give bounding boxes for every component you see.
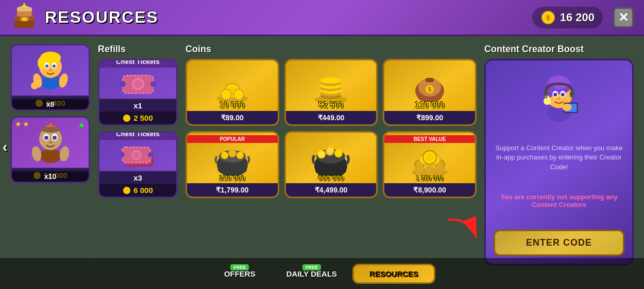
tab-offers[interactable]: FREE OFFERS — [209, 265, 271, 282]
svg-point-113 — [426, 153, 434, 162]
svg-point-34 — [41, 126, 60, 133]
coin-card-5[interactable]: 600 000 ₹4,499.00 — [284, 131, 378, 198]
svg-point-61 — [124, 188, 129, 193]
coin-image-5: 600 000 — [286, 133, 377, 183]
ticket-image-1 — [120, 68, 156, 99]
svg-point-25 — [31, 82, 38, 89]
ticket-quantity-1: x1 — [99, 99, 176, 111]
character-card-1[interactable]: x8 6 400 — [10, 44, 90, 111]
resources-icon — [10, 3, 39, 31]
character-image-area-1 — [12, 45, 89, 95]
coin-amount-1: 10 000 — [219, 101, 245, 110]
coins-column: Coins 10 000 ₹89.0 — [185, 44, 477, 250]
svg-point-92 — [238, 153, 243, 158]
svg-point-124 — [553, 93, 557, 97]
ticket-art-1 — [120, 68, 156, 99]
svg-text:$: $ — [547, 15, 550, 21]
page-title: RESOURCES — [45, 8, 532, 27]
svg-point-9 — [27, 6, 29, 8]
svg-point-115 — [425, 165, 434, 174]
svg-point-3 — [23, 18, 26, 21]
coin-card-2[interactable]: 52 500 ₹449.00 — [284, 59, 378, 126]
offers-free-badge: FREE — [230, 264, 249, 270]
svg-point-131 — [562, 104, 571, 111]
svg-point-69 — [234, 90, 243, 99]
svg-point-21 — [53, 65, 56, 68]
svg-point-51 — [124, 116, 129, 121]
coin-amount: 16 200 — [560, 11, 595, 24]
coin-pot-2 — [310, 140, 351, 176]
coin-price-4: ₹1,799.00 — [187, 183, 278, 197]
creator-description: Support a Content Creator when you make … — [494, 143, 624, 172]
tab-daily-deals[interactable]: FREE DAILY DEALS — [271, 265, 352, 282]
svg-point-7 — [20, 6, 22, 8]
creator-boost-box: Support a Content Creator when you make … — [484, 59, 634, 265]
enter-code-button[interactable]: ENTER CODE — [494, 230, 624, 256]
ticket-price-coin-2 — [123, 186, 131, 195]
coin-icon: $ — [540, 10, 556, 25]
coins-label: Coins — [185, 44, 477, 55]
character-quantity-1: x8 — [12, 99, 89, 109]
coin-price-6: ₹8,900.00 — [384, 183, 475, 197]
coins-grid: 10 000 ₹89.00 — [185, 59, 477, 198]
coin-pile-1 — [212, 68, 253, 104]
svg-point-98 — [334, 149, 343, 157]
svg-point-114 — [415, 164, 424, 173]
character-art-1 — [27, 49, 74, 92]
svg-rect-81 — [426, 78, 434, 82]
coin-amount-5: 600 000 — [318, 174, 344, 182]
coin-price-2: ₹449.00 — [286, 111, 377, 124]
coin-card-4[interactable]: POPULAR — [185, 131, 279, 198]
bottom-navigation: FREE OFFERS FREE DAILY DEALS RESOURCES — [0, 258, 644, 289]
svg-point-22 — [49, 69, 52, 71]
coin-pile-big — [409, 140, 450, 176]
popular-tag: POPULAR — [187, 135, 278, 143]
best-value-tag: BEST VALUE — [384, 135, 475, 143]
svg-point-47 — [134, 80, 142, 88]
character-quantity-2: x10 — [12, 171, 89, 182]
coin-amount-4: 230 000 — [219, 174, 246, 182]
svg-point-59 — [148, 152, 153, 157]
ticket-quantity-2: x3 — [99, 171, 176, 184]
svg-text:$: $ — [428, 87, 431, 92]
svg-point-40 — [30, 146, 42, 163]
svg-point-91 — [229, 150, 235, 156]
svg-point-17 — [38, 57, 46, 69]
svg-point-67 — [222, 90, 231, 99]
svg-point-37 — [44, 136, 48, 140]
tab-daily-deals-label: DAILY DEALS — [286, 269, 337, 278]
coin-card-6[interactable]: BEST VALUE — [383, 131, 477, 198]
coin-image-3: $ 110 000 — [384, 60, 475, 111]
coin-price-3: ₹899.00 — [384, 111, 475, 124]
svg-point-24 — [57, 72, 69, 88]
coin-image-2: 52 500 — [286, 60, 377, 111]
ticket-price-coin-1 — [123, 114, 131, 122]
ticket-name-1: Chest Tickets — [99, 59, 176, 68]
svg-point-100 — [318, 151, 325, 157]
svg-point-20 — [45, 65, 48, 68]
tab-resources[interactable]: RESOURCES — [352, 264, 435, 284]
svg-point-28 — [40, 149, 61, 163]
ticket-card-1[interactable]: Chest Tickets x1 — [98, 59, 178, 126]
coin-amount-3: 110 000 — [415, 101, 445, 110]
ticket-name-2: Chest Tickets — [99, 131, 176, 140]
svg-point-77 — [320, 77, 341, 84]
character-image-area-2: ★ ★ ▲ — [12, 118, 89, 168]
character-card-2[interactable]: ★ ★ ▲ — [10, 116, 90, 183]
svg-point-57 — [133, 152, 140, 158]
close-button[interactable]: ✕ — [613, 7, 634, 28]
svg-point-39 — [49, 141, 52, 143]
svg-point-116 — [435, 164, 445, 173]
svg-point-31 — [49, 123, 52, 126]
coin-amount-6: 1 250 000 — [416, 175, 443, 182]
coin-card-3[interactable]: $ 110 000 ₹899.00 — [383, 59, 477, 126]
ticket-price-1: 2 500 — [99, 111, 176, 124]
characters-column: x8 6 400 ★ ★ ▲ — [10, 44, 90, 250]
coin-card-1[interactable]: 10 000 ₹89.00 — [185, 59, 279, 126]
svg-point-90 — [222, 153, 227, 158]
svg-point-41 — [58, 146, 70, 163]
svg-rect-5 — [17, 7, 32, 11]
daily-deals-free-badge: FREE — [302, 264, 321, 270]
ticket-card-2[interactable]: Chest Tickets x3 — [98, 131, 178, 198]
prev-arrow[interactable]: ‹ — [3, 139, 7, 155]
